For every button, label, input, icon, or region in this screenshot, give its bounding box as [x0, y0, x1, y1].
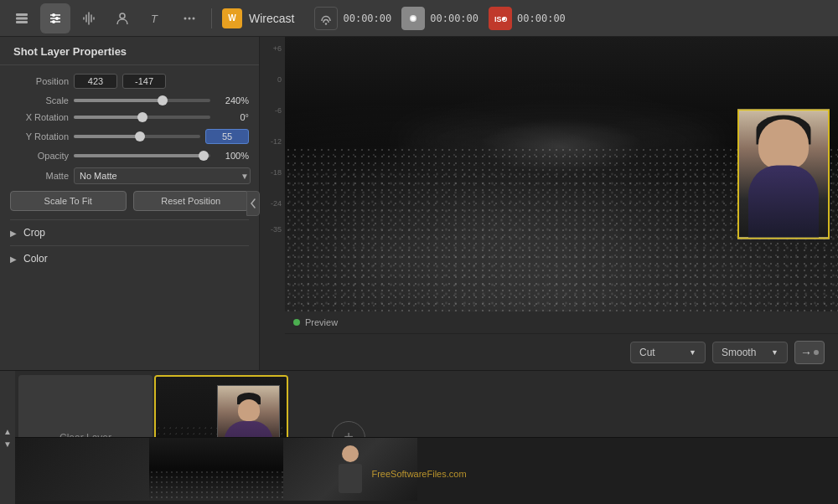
iso-icon: ISO [489, 7, 512, 30]
tab-properties[interactable] [40, 3, 70, 33]
thumbnail-dark[interactable] [15, 438, 149, 501]
panel-collapse-button[interactable] [246, 191, 260, 216]
timer-group: 00:00:00 00:00:00 ISO 00:00:00 [304, 7, 575, 30]
svg-point-9 [120, 13, 125, 18]
pip-face [758, 120, 809, 170]
nav-down-arrow[interactable]: ▼ [3, 440, 12, 449]
broadcast-time: 00:00:00 [343, 13, 391, 24]
reset-position-button[interactable]: Reset Position [133, 191, 250, 211]
color-section-toggle[interactable]: ▶ Color [10, 245, 249, 271]
ruler-mark-neg24: -24 [271, 200, 282, 208]
tab-more[interactable] [174, 3, 204, 33]
thumbnail-concert-bg [149, 438, 283, 501]
matte-row: Matte No Matte Alpha Luma ▼ [10, 167, 249, 184]
smooth-select[interactable]: Smooth ▼ [712, 342, 788, 363]
ruler-and-preview: +6 0 -6 -12 -18 -24 -35 [260, 37, 838, 370]
scale-to-fit-button[interactable]: Scale To Fit [10, 191, 127, 211]
position-x-input[interactable] [74, 74, 117, 89]
tab-text[interactable]: T [141, 3, 171, 33]
scale-row: Scale 240% [10, 95, 249, 105]
x-rotation-value: 0° [215, 112, 249, 122]
scale-value: 240% [215, 95, 249, 105]
go-button[interactable]: → [794, 341, 825, 364]
scale-slider[interactable] [74, 99, 210, 102]
ruler-mark-6: +6 [273, 45, 282, 53]
y-rotation-label: Y Rotation [10, 131, 69, 141]
ruler-mark-0: 0 [277, 76, 282, 84]
svg-rect-18 [502, 18, 505, 20]
nav-up-arrow[interactable]: ▲ [3, 427, 12, 436]
preview-label-bar: Preview [285, 311, 838, 333]
svg-rect-1 [16, 17, 28, 19]
x-rotation-slider[interactable] [74, 116, 210, 119]
record-timer: 00:00:00 [401, 7, 478, 30]
svg-point-12 [189, 17, 191, 19]
matte-select[interactable]: No Matte Alpha Luma [74, 167, 251, 184]
ruler-mark-neg18: -18 [271, 169, 282, 177]
svg-point-8 [52, 20, 55, 23]
smooth-chevron-icon: ▼ [771, 348, 779, 357]
tab-layers[interactable] [7, 3, 37, 33]
transition-bar: Cut ▼ Smooth ▼ → [285, 333, 838, 370]
svg-rect-0 [16, 13, 28, 16]
main-area: Shot Layer Properties Position Scale 240… [0, 37, 838, 370]
preview-container: Preview Cut ▼ Smooth ▼ → [285, 37, 838, 370]
vertical-ruler: +6 0 -6 -12 -18 -24 -35 [260, 37, 285, 370]
y-rotation-row: Y Rotation [10, 129, 249, 144]
panel-title: Shot Layer Properties [0, 37, 259, 65]
crop-section-toggle[interactable]: ▶ Crop [10, 219, 249, 245]
broadcast-icon [314, 7, 338, 30]
tab-people[interactable] [107, 3, 137, 33]
bottom-nav-arrows: ▲ ▼ [0, 371, 15, 504]
color-section-label: Color [23, 253, 48, 265]
x-rotation-label: X Rotation [10, 112, 69, 122]
opacity-row: Opacity 100% [10, 151, 249, 161]
thumbnail-dark-bg [15, 438, 149, 501]
pip-window[interactable] [737, 110, 830, 239]
logo-letter: W [228, 13, 235, 23]
thumbnail-concert[interactable] [149, 438, 283, 501]
go-arrow-icon: → [800, 346, 812, 359]
app-name: Wirecast [249, 12, 294, 25]
position-label: Position [10, 76, 69, 86]
svg-point-16 [411, 16, 416, 20]
right-content: +6 0 -6 -12 -18 -24 -35 [260, 37, 838, 370]
ruler-mark-neg6: -6 [275, 107, 282, 115]
brand-section: W Wirecast [211, 8, 304, 28]
opacity-slider[interactable] [74, 154, 210, 157]
thumbnail-crowd-dots [149, 470, 283, 501]
svg-point-6 [52, 13, 55, 17]
opacity-value: 100% [215, 151, 249, 161]
smooth-label: Smooth [722, 347, 756, 358]
preview-canvas [285, 37, 838, 311]
cut-chevron-icon: ▼ [689, 348, 696, 357]
svg-point-14 [325, 23, 327, 24]
cut-select[interactable]: Cut ▼ [630, 342, 706, 363]
svg-point-13 [193, 17, 195, 19]
y-rotation-value[interactable] [205, 129, 249, 144]
iso-time: 00:00:00 [517, 13, 566, 24]
bottom-area: ▲ ▼ Clear Layer FaceT [0, 370, 838, 504]
pip-person-preview [739, 111, 828, 238]
ruler-mark-neg35: -35 [271, 226, 282, 234]
svg-point-11 [184, 17, 187, 19]
crop-section-label: Crop [23, 227, 45, 239]
svg-rect-2 [16, 21, 28, 23]
x-rotation-row: X Rotation 0° [10, 112, 249, 122]
y-rotation-slider[interactable] [74, 135, 200, 138]
iso-timer: ISO 00:00:00 [489, 7, 566, 30]
left-panel: Shot Layer Properties Position Scale 240… [0, 37, 260, 370]
properties-section: Position Scale 240% X Rotation [0, 65, 259, 370]
matte-label: Matte [10, 171, 69, 181]
svg-point-7 [55, 17, 59, 20]
crop-triangle-icon: ▶ [10, 229, 17, 238]
position-y-input[interactable] [122, 74, 166, 89]
record-icon [401, 7, 425, 30]
ruler-mark-neg12: -12 [271, 138, 282, 146]
color-triangle-icon: ▶ [10, 255, 17, 264]
watermark: FreeSoftwareFiles.com [371, 469, 466, 479]
opacity-label: Opacity [10, 151, 69, 161]
broadcast-timer: 00:00:00 [314, 7, 391, 30]
tab-audio[interactable] [74, 3, 104, 33]
go-dot [814, 350, 819, 355]
